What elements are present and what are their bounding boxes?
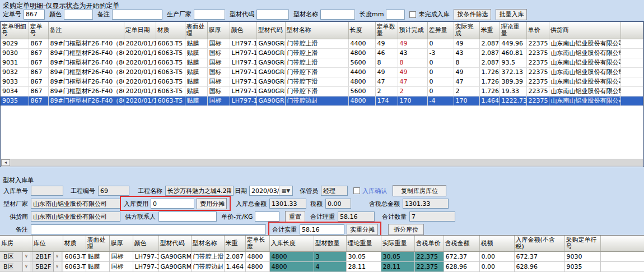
- supplier-input[interactable]: [31, 211, 120, 222]
- location-select[interactable]: 5B2F∨: [32, 261, 63, 272]
- profile-factory-input[interactable]: [31, 199, 120, 209]
- column-header[interactable]: 颜色: [230, 22, 256, 39]
- column-header[interactable]: 差异量: [427, 22, 454, 39]
- column-header[interactable]: 含税金额: [444, 236, 479, 251]
- order-row[interactable]: 903486789#门框型材F26-F40（866+867）2020/01/13…: [1, 86, 643, 96]
- fee-allocate-button[interactable]: 费用分摊: [197, 198, 227, 209]
- filter-input-remark[interactable]: [112, 10, 162, 20]
- column-header[interactable]: 入库金额(不含税): [514, 236, 564, 251]
- order-row[interactable]: 903186789#门框型材F26-F40（866+867）2020/01/13…: [1, 58, 643, 67]
- column-header[interactable]: 供货商: [549, 22, 620, 39]
- column-header[interactable]: 颜色: [133, 236, 158, 251]
- inbound-confirm-checkbox[interactable]: [353, 187, 360, 194]
- chevron-down-icon[interactable]: ∨: [53, 262, 61, 272]
- order-row[interactable]: 903286789#门框型材F26-F40（866+867）2020/01/13…: [1, 67, 643, 77]
- order-row[interactable]: 903086789#门框型材F26-F40（866+867）2020/01/13…: [1, 48, 643, 58]
- cell: LH797-1LL0: [230, 48, 256, 58]
- tax-incl-total-input[interactable]: [403, 199, 449, 209]
- column-header[interactable]: 库房: [0, 236, 32, 251]
- column-header[interactable]: 定单明细号: [1, 22, 29, 39]
- order-row[interactable]: 903386789#门框型材F26-F40（866+867）2020/01/13…: [1, 77, 643, 86]
- column-header[interactable]: 米重: [224, 236, 245, 251]
- filter-by-condition-button[interactable]: 按条件筛选: [454, 9, 491, 20]
- total-actual-weight-input[interactable]: [300, 224, 344, 234]
- weight-allocate-button[interactable]: 实重分摊: [347, 224, 378, 235]
- inbound-total-amount-input[interactable]: [269, 199, 306, 209]
- project-no-input[interactable]: [98, 186, 129, 196]
- supplier-contact-input[interactable]: [158, 211, 217, 222]
- column-header[interactable]: 型材数量: [314, 236, 346, 251]
- column-header[interactable]: 膜厚: [207, 22, 230, 39]
- column-header[interactable]: 表面处理: [185, 22, 207, 39]
- column-header[interactable]: 定单数量: [375, 22, 398, 39]
- column-header[interactable]: 含税单价: [414, 236, 444, 251]
- cell: 89#门框型材F26-F40（866+867）: [48, 77, 124, 86]
- warehouse-select[interactable]: B区∨: [0, 261, 32, 272]
- cell: GA90GRM04: [256, 77, 285, 86]
- calendar-icon[interactable]: ▦▼: [279, 186, 292, 195]
- unfinished-checkbox[interactable]: [409, 11, 416, 18]
- location-select[interactable]: 2B1F∨: [32, 251, 63, 261]
- column-header[interactable]: 型材代码: [256, 22, 285, 39]
- date-input[interactable]: 2020/03/31▦▼: [249, 186, 293, 196]
- column-header[interactable]: 预计完成: [398, 22, 427, 39]
- keeper-input[interactable]: [321, 186, 348, 196]
- inbound-fee-input[interactable]: [151, 199, 194, 209]
- column-header[interactable]: 采购定单行号: [564, 236, 600, 251]
- column-header[interactable]: 米重: [479, 22, 500, 39]
- filter-input-color[interactable]: [64, 10, 93, 20]
- cell: 门带腔上滑: [285, 48, 348, 58]
- column-header[interactable]: 型材代码: [158, 236, 191, 251]
- column-header[interactable]: 型材名称: [285, 22, 348, 39]
- order-row[interactable]: 902986789#门框型材F26-F40（866+867）2020/01/13…: [1, 39, 643, 48]
- filter-input-order-no[interactable]: [24, 10, 45, 20]
- column-header[interactable]: 膜厚: [109, 236, 133, 251]
- reset-button[interactable]: 重置: [285, 211, 305, 222]
- column-header[interactable]: 长度: [348, 22, 375, 39]
- order-row[interactable]: 903586789#门框型材F26-F40（866+867）2020/01/13…: [1, 96, 643, 105]
- total-qty-input[interactable]: [409, 211, 455, 222]
- scroll-left-button[interactable]: ◂: [1, 159, 10, 166]
- column-header[interactable]: 材质: [63, 236, 86, 251]
- column-header[interactable]: 备注: [48, 22, 124, 39]
- total-theory-weight-input[interactable]: [338, 211, 375, 222]
- warehouse-select[interactable]: B区∨: [0, 251, 32, 261]
- cell: 4800: [245, 261, 269, 272]
- column-header[interactable]: 理论重量: [346, 236, 381, 251]
- scrollbar-track[interactable]: [10, 159, 643, 166]
- column-header[interactable]: 定单日期: [124, 22, 156, 39]
- tax-amount-input[interactable]: [325, 199, 351, 209]
- column-header[interactable]: 理论重量: [500, 22, 526, 39]
- filter-input-manufacturer[interactable]: [194, 10, 225, 20]
- chevron-down-icon[interactable]: ∨: [22, 262, 30, 272]
- column-header[interactable]: 单价: [526, 22, 549, 39]
- chevron-down-icon[interactable]: ∨: [53, 252, 61, 261]
- stock-row[interactable]: B区∨2B1F∨6063-T5贴膜国标LH797-1LL0GA90GRM03门带…: [0, 251, 644, 261]
- column-header[interactable]: 定单号: [29, 22, 48, 39]
- cell: LH797-1LL0: [230, 67, 256, 77]
- filter-input-length-mm[interactable]: [386, 10, 405, 20]
- copy-warehouse-location-button[interactable]: 复制库房库位: [393, 185, 446, 196]
- split-location-button[interactable]: 拆分库位: [388, 224, 424, 235]
- project-name-input[interactable]: [165, 186, 234, 196]
- filter-input-profile-code[interactable]: [256, 10, 289, 20]
- filter-input-profile-name[interactable]: [320, 10, 355, 20]
- cell: 贴膜: [185, 96, 207, 105]
- column-header[interactable]: 库位: [32, 236, 63, 251]
- cell: 山东南山铝业股份有限公司: [549, 48, 620, 58]
- horizontal-scrollbar[interactable]: ◂: [1, 159, 643, 166]
- column-header[interactable]: 定单长度: [245, 236, 269, 251]
- column-header[interactable]: 入库长度: [269, 236, 314, 251]
- chevron-down-icon[interactable]: ∨: [22, 252, 30, 261]
- batch-inbound-button[interactable]: 批量入库: [496, 9, 527, 20]
- column-header[interactable]: 表面处理: [86, 236, 109, 251]
- inbound-no-input[interactable]: [31, 186, 63, 196]
- column-header[interactable]: 实际完成: [454, 22, 479, 39]
- column-header[interactable]: 材质: [156, 22, 185, 39]
- stock-row[interactable]: B区∨5B2F∨6063-T5贴膜国标LH797-1LL0GA90GRM05门带…: [0, 261, 644, 272]
- column-header[interactable]: 型材名称: [191, 236, 224, 251]
- unit-price-input[interactable]: [255, 211, 279, 222]
- remark-input[interactable]: [31, 224, 266, 234]
- column-header[interactable]: 税额: [479, 236, 514, 251]
- column-header[interactable]: 实际重量: [381, 236, 414, 251]
